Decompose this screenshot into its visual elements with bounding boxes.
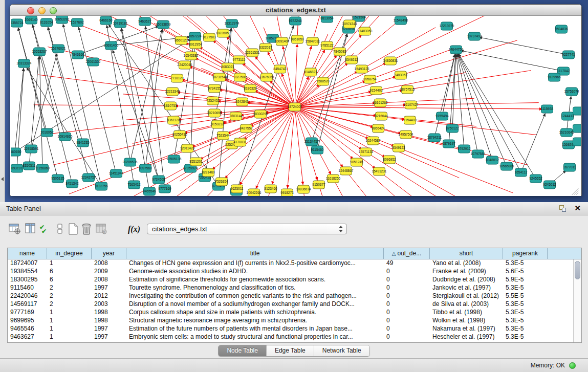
select-all-icon[interactable]: ✔✔: [39, 223, 52, 236]
node-label: 18300295: [253, 112, 268, 116]
node-label: 7154403: [403, 118, 417, 122]
cell-short: Wolkin et al. (1998): [430, 317, 503, 325]
cell-title: Disruption of a novel member of a sodium…: [126, 300, 384, 309]
delete-table-icon[interactable]: [80, 223, 93, 236]
function-builder-icon[interactable]: f(x): [128, 223, 143, 236]
table-row[interactable]: 2242004622012Investigating the contribut…: [8, 292, 573, 300]
node-label: 1115938: [541, 107, 554, 111]
node-label: 7523544: [216, 134, 230, 137]
tab-edge-table[interactable]: Edge Table: [267, 345, 314, 356]
table-row[interactable]: 1872400712008Changes of HCN gene express…: [8, 259, 573, 268]
resize-grip[interactable]: [572, 188, 580, 195]
table-row[interactable]: 977716911998Corpus callosum shape and si…: [8, 309, 573, 317]
node-label: 10836614: [296, 187, 311, 191]
cell-title: Investigating the contribution of common…: [126, 292, 384, 300]
tab-node-table[interactable]: Node Table: [219, 345, 267, 356]
float-panel-icon[interactable]: [559, 205, 567, 212]
node-label: 6466160: [99, 18, 113, 22]
node-label: 18312974: [225, 21, 239, 25]
node-label: 18794211: [427, 136, 442, 139]
cell-in_degree: 1: [47, 259, 92, 268]
tab-network-table[interactable]: Network Table: [314, 345, 369, 356]
table-row[interactable]: 946554611997Estimation of the future num…: [8, 325, 573, 333]
node-label: 20206536: [123, 160, 138, 164]
column-header-title[interactable]: title: [126, 248, 384, 259]
table-header-row: namein_degreeyeartitle△out_de...shortpag…: [8, 248, 581, 259]
column-header-pagerank[interactable]: pagerank: [503, 248, 548, 259]
node-label: 16033809: [156, 23, 171, 26]
cell-in_degree: 6: [47, 268, 92, 276]
node-label: 15134457: [304, 140, 319, 143]
cell-pagerank: 5.3E-5: [503, 325, 548, 333]
node-label: 8281460: [202, 170, 215, 174]
attribute-table: namein_degreeyeartitle△out_de...shortpag…: [7, 248, 582, 343]
node-label: 10719181: [113, 21, 128, 25]
node-label: 12958591: [24, 147, 39, 150]
memory-ok-indicator: [569, 362, 576, 369]
node-label: 18226058: [216, 31, 231, 35]
new-table-icon[interactable]: [67, 223, 80, 236]
cell-name: 9115460: [8, 284, 47, 292]
scrollbar-thumb[interactable]: [575, 261, 580, 279]
node-label: 9792912: [458, 147, 471, 150]
cell-short: Franke et al. (2009): [430, 268, 503, 276]
node-label: 11451944: [109, 171, 124, 175]
table-selector[interactable]: citations_edges.txt: [147, 224, 347, 234]
node-label: 12213343: [165, 90, 180, 93]
network-window[interactable]: citations_edges.txt 93557242069140813105…: [10, 4, 582, 196]
table-row[interactable]: 1830029562008Estimation of significance …: [8, 276, 573, 284]
network-canvas[interactable]: 9355724206914081310541065328715276026466…: [11, 16, 581, 196]
cell-short: Tibbo et al. (1998): [430, 309, 503, 317]
node-label: 10974343: [342, 22, 357, 26]
node-label: 3216644: [375, 114, 388, 118]
table-mode-icon[interactable]: [8, 223, 21, 236]
table-row[interactable]: 1938455462009Genome-wide association stu…: [8, 268, 573, 276]
cell-short: Hescheler et al. (1997): [430, 333, 503, 341]
node-label: 8131054: [40, 20, 53, 24]
column-header-out_degree[interactable]: △out_de...: [384, 248, 430, 259]
divider-collapse-arrow[interactable]: [1, 177, 4, 181]
table-tabset: Node TableEdge TableNetwork Table: [218, 345, 369, 357]
column-header-name[interactable]: name: [8, 248, 47, 259]
table-row[interactable]: 946362711997Embryonic stem cells: a mode…: [8, 333, 573, 341]
node-label: 15491231: [372, 169, 387, 173]
node-label: 9327508: [233, 75, 247, 79]
column-header-year[interactable]: year: [92, 248, 126, 259]
panel-title: Table Panel: [6, 202, 41, 215]
network-node[interactable]: [573, 138, 581, 146]
table-row[interactable]: 969969511998Structural magnetic resonanc…: [8, 317, 573, 325]
node-label: 7252402: [206, 99, 220, 102]
vertical-scrollbar[interactable]: [573, 259, 581, 342]
node-label: 10797584: [471, 152, 486, 156]
node-label: 16543382: [184, 54, 199, 57]
cell-in_degree: 1: [47, 309, 92, 317]
node-label: 10255431: [172, 133, 187, 136]
cell-in_degree: 2: [47, 284, 92, 292]
table-row[interactable]: 1456911722003Disruption of a novel membe…: [8, 300, 573, 309]
cell-name: 9463627: [8, 333, 47, 341]
node-label: 8123460: [264, 187, 277, 190]
network-graph[interactable]: 9355724206914081310541065328715276026466…: [11, 16, 581, 196]
table-body: 1872400712008Changes of HCN gene express…: [8, 259, 573, 342]
unselect-all-icon[interactable]: [54, 223, 67, 236]
cell-name: 9465546: [8, 325, 47, 333]
control-panel-divider[interactable]: [0, 0, 5, 202]
table-row[interactable]: 911546021997Tourette syndrome. Phenomeno…: [8, 284, 573, 292]
node-label: 1677011: [563, 165, 576, 169]
close-panel-icon[interactable]: ✕: [574, 204, 581, 213]
column-header-short[interactable]: short: [430, 248, 503, 259]
cell-title: Tourette syndrome. Phenomenology and cla…: [126, 284, 384, 292]
cell-year: 2008: [92, 276, 126, 284]
delete-column-icon[interactable]: x: [95, 223, 108, 236]
node-label: 9355724: [11, 21, 24, 25]
cell-title: Changes of HCN gene expression and I(f) …: [126, 259, 384, 268]
window-titlebar[interactable]: citations_edges.txt: [10, 5, 581, 16]
network-node[interactable]: [573, 124, 581, 133]
node-label: 8096952: [383, 158, 396, 161]
node-label: 9129966: [548, 75, 561, 79]
network-node[interactable]: [573, 107, 581, 115]
column-header-in_degree[interactable]: in_degree: [47, 248, 92, 259]
show-columns-icon[interactable]: [24, 223, 37, 236]
node-label: 9155494: [435, 114, 449, 118]
node-label: 16107427: [404, 103, 419, 106]
